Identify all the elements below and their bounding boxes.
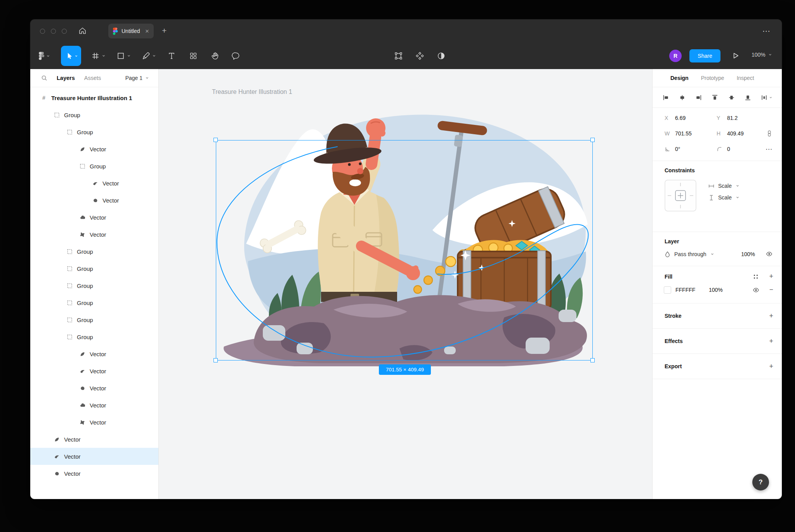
layer-row[interactable]: Vector [30, 380, 158, 397]
eye-icon[interactable] [766, 251, 772, 257]
frame-tool-button[interactable] [91, 51, 106, 61]
tab-assets[interactable]: Assets [84, 75, 101, 81]
constrain-proportions-toggle[interactable] [766, 130, 772, 137]
alignment-toolbar [653, 87, 782, 108]
layer-row[interactable]: Vector [30, 448, 158, 465]
more-options-icon[interactable]: ⋯ [765, 145, 772, 153]
add-fill-button[interactable]: + [769, 272, 773, 281]
group-icon [66, 249, 73, 254]
layer-row[interactable]: Vector [30, 414, 158, 431]
fill-opacity-field[interactable]: 100% [709, 287, 723, 293]
layer-opacity-field[interactable]: 100% [741, 251, 755, 257]
pen-tool-button[interactable] [141, 51, 156, 61]
layer-row[interactable]: Vector [30, 345, 158, 362]
search-icon[interactable] [41, 75, 47, 81]
tab-inspect[interactable]: Inspect [737, 75, 754, 81]
fill-color-swatch[interactable] [664, 286, 671, 294]
align-vertical-center-button[interactable] [728, 94, 735, 101]
layer-row[interactable]: Vector [30, 175, 158, 192]
tab-layers[interactable]: Layers [57, 75, 75, 81]
main-menu-button[interactable] [39, 52, 50, 60]
home-icon[interactable] [78, 27, 87, 36]
layer-name: Vector [90, 231, 106, 238]
share-button[interactable]: Share [689, 49, 720, 62]
width-field[interactable]: W 701.55 [665, 130, 717, 137]
vertical-constraint-select[interactable]: Scale [708, 194, 739, 201]
fill-hex-field[interactable]: FFFFFF [675, 287, 709, 293]
layer-row[interactable]: Group [30, 294, 158, 311]
horizontal-constraint-select[interactable]: Scale [708, 183, 739, 189]
zoom-level: 100% [752, 52, 765, 58]
avatar[interactable]: R [669, 50, 682, 62]
constraints-widget[interactable] [665, 180, 696, 211]
align-bottom-button[interactable] [745, 94, 751, 101]
new-tab-button[interactable]: + [162, 26, 167, 35]
edit-object-button[interactable] [394, 51, 403, 61]
height-field[interactable]: H 409.49 [717, 130, 769, 137]
align-right-button[interactable] [695, 94, 702, 101]
layer-row[interactable]: Vector [30, 397, 158, 414]
layer-row[interactable]: #Treasure Hunter Illustration 1 [30, 89, 158, 106]
layer-row[interactable]: Group [30, 311, 158, 328]
layer-row[interactable]: Group [30, 106, 158, 123]
blend-mode-select[interactable]: Pass through [665, 251, 714, 257]
selection-bounding-box[interactable] [216, 140, 593, 360]
close-window-button[interactable] [40, 29, 45, 34]
export-title: Export [665, 363, 682, 369]
layer-row[interactable]: Vector [30, 192, 158, 209]
text-tool-button[interactable] [167, 51, 176, 61]
add-stroke-button[interactable]: + [769, 312, 773, 320]
corner-radius-field[interactable]: 0 [717, 146, 769, 152]
minimize-window-button[interactable] [51, 29, 56, 34]
selection-handle-top-left[interactable] [214, 138, 218, 142]
add-export-button[interactable]: + [769, 362, 773, 371]
selection-handle-top-right[interactable] [590, 138, 595, 142]
rotation-field[interactable]: 0° [665, 146, 717, 152]
page-selector[interactable]: Page 1 [125, 75, 149, 81]
layer-row[interactable]: Vector [30, 362, 158, 380]
layer-row[interactable]: Vector [30, 209, 158, 226]
selection-handle-bottom-right[interactable] [590, 358, 595, 362]
vector-icon [79, 403, 86, 408]
layer-row[interactable]: Vector [30, 140, 158, 158]
tab-prototype[interactable]: Prototype [701, 75, 724, 81]
layer-row[interactable]: Group [30, 158, 158, 175]
add-effect-button[interactable]: + [769, 337, 773, 345]
distribute-button[interactable] [761, 94, 772, 101]
align-left-button[interactable] [663, 94, 669, 101]
styles-icon[interactable] [753, 274, 759, 280]
shape-tool-button[interactable] [116, 51, 131, 61]
layer-row[interactable]: Group [30, 260, 158, 277]
layer-row[interactable]: Group [30, 243, 158, 260]
zoom-menu[interactable]: 100% [752, 52, 772, 58]
layer-row[interactable]: Vector [30, 226, 158, 243]
move-tool-button[interactable] [61, 46, 81, 66]
resources-tool-button[interactable] [189, 51, 198, 61]
x-position-field[interactable]: X 6.69 [665, 115, 717, 121]
remove-fill-button[interactable]: − [769, 286, 773, 294]
use-as-mask-button[interactable] [436, 51, 446, 61]
create-component-button[interactable] [415, 51, 425, 61]
align-top-button[interactable] [712, 94, 718, 101]
present-button[interactable] [731, 51, 740, 62]
eye-icon[interactable] [753, 287, 759, 293]
tab-design[interactable]: Design [670, 75, 689, 81]
layer-row[interactable]: Group [30, 277, 158, 294]
window-more-icon[interactable]: ⋯ [762, 26, 771, 36]
layer-row[interactable]: Vector [30, 431, 158, 448]
tab-close-icon[interactable]: ✕ [145, 28, 149, 34]
layer-row[interactable]: Group [30, 123, 158, 140]
hand-tool-button[interactable] [210, 51, 220, 61]
layer-row[interactable]: Group [30, 328, 158, 345]
layer-row[interactable]: Vector [30, 465, 158, 482]
comment-tool-button[interactable] [231, 51, 241, 61]
selection-handle-bottom-left[interactable] [214, 358, 218, 362]
canvas[interactable]: Treasure Hunter Illustration 1 [159, 69, 652, 499]
fullscreen-window-button[interactable] [62, 29, 67, 34]
layer-tree: #Treasure Hunter Illustration 1GroupGrou… [30, 87, 158, 499]
y-position-field[interactable]: Y 81.2 [717, 115, 769, 121]
help-button[interactable]: ? [752, 474, 769, 490]
align-horizontal-center-button[interactable] [679, 94, 686, 101]
file-tab[interactable]: Untitled ✕ [108, 24, 154, 38]
screenshot-root: Untitled ✕ + ⋯ [0, 0, 795, 532]
